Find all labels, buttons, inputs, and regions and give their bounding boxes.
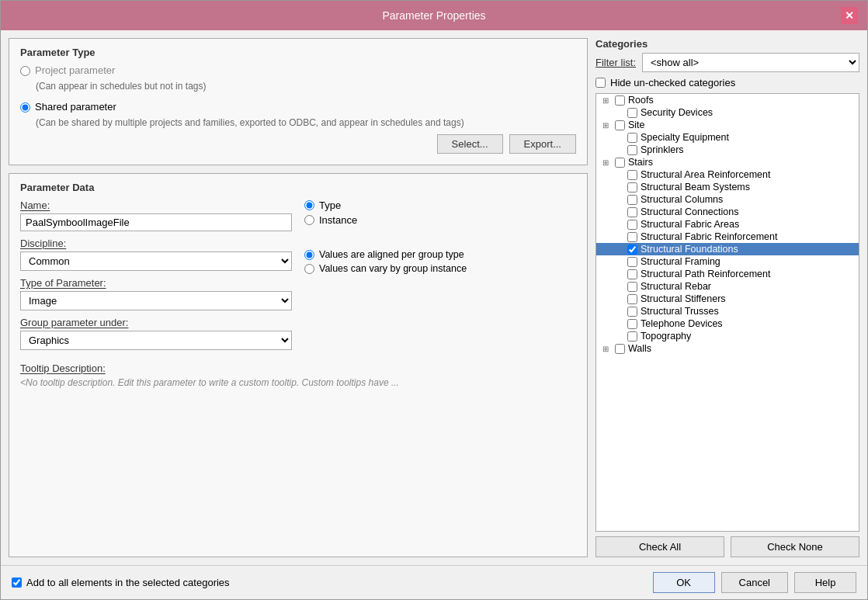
project-param-radio[interactable] (20, 66, 30, 76)
cancel-button[interactable]: Cancel (721, 572, 788, 593)
cat-checkbox-telephone-devices[interactable] (627, 319, 637, 329)
footer-left: Add to all elements in the selected cate… (12, 577, 230, 588)
project-param-option[interactable]: Project parameter (20, 64, 576, 76)
dialog-body: Parameter Type Project parameter (Can ap… (1, 30, 867, 565)
cat-item-walls[interactable]: ⊞Walls (596, 342, 859, 355)
cat-checkbox-structural-fabric-reinforcement[interactable] (627, 232, 637, 242)
cat-item-structural-beam-systems[interactable]: Structural Beam Systems (596, 181, 859, 193)
cat-label-sprinklers: Sprinklers (641, 144, 684, 155)
cat-checkbox-security-devices[interactable] (627, 108, 637, 118)
tooltip-label: Tooltip Description: (20, 362, 576, 374)
cat-item-security-devices[interactable]: Security Devices (596, 106, 859, 119)
parameter-type-radio-group: Project parameter (Can appear in schedul… (20, 64, 576, 128)
cat-checkbox-specialty-equipment[interactable] (627, 133, 637, 143)
type-radio[interactable] (304, 200, 314, 210)
cat-label-structural-area-reinforcement: Structural Area Reinforcement (641, 169, 770, 180)
name-input[interactable] (20, 213, 292, 231)
cat-label-structural-fabric-reinforcement: Structural Fabric Reinforcement (641, 231, 777, 242)
cat-label-structural-path-reinforcement: Structural Path Reinforcement (641, 269, 770, 279)
values-vary-option[interactable]: Values can vary by group instance (304, 263, 576, 274)
cat-item-structural-foundations[interactable]: Structural Foundations (596, 243, 859, 255)
cat-item-structural-fabric-reinforcement[interactable]: Structural Fabric Reinforcement (596, 231, 859, 243)
cat-checkbox-structural-trusses[interactable] (627, 307, 637, 317)
dialog-footer: Add to all elements in the selected cate… (1, 565, 867, 599)
values-vary-radio[interactable] (304, 264, 314, 274)
cat-checkbox-structural-foundations[interactable] (627, 245, 637, 255)
hide-unchecked-checkbox[interactable] (595, 78, 606, 88)
group-param-select[interactable]: GraphicsDataConstraintsConstructionDimen… (20, 331, 292, 350)
cat-checkbox-structural-path-reinforcement[interactable] (627, 269, 637, 279)
cat-label-structural-connections: Structural Connections (641, 206, 738, 217)
type-of-param-label: Type of Parameter: (20, 277, 292, 289)
cat-checkbox-structural-columns[interactable] (627, 195, 637, 205)
ok-button[interactable]: OK (653, 572, 715, 593)
cat-item-structural-area-reinforcement[interactable]: Structural Area Reinforcement (596, 168, 859, 181)
filter-select[interactable]: <show all>ArchitectureStructureMEP (642, 53, 859, 72)
hide-unchecked-label: Hide un-checked categories (610, 77, 735, 88)
check-all-button[interactable]: Check All (595, 536, 724, 557)
add-to-all-checkbox[interactable] (12, 577, 22, 588)
select-button[interactable]: Select... (437, 134, 503, 154)
cat-item-site[interactable]: ⊞Site (596, 119, 859, 131)
cat-item-structural-rebar[interactable]: Structural Rebar (596, 280, 859, 293)
type-radio-label: Type (319, 199, 341, 211)
param-data-left: Name: Discipline: CommonStructuralHVACEl… (20, 199, 292, 356)
shared-param-option[interactable]: Shared parameter (20, 101, 576, 113)
category-list[interactable]: ⊞RoofsSecurity Devices⊞SiteSpecialty Equ… (595, 93, 859, 532)
cat-checkbox-stairs[interactable] (615, 158, 625, 168)
discipline-select[interactable]: CommonStructuralHVACElectricalPipingInfr… (20, 251, 292, 271)
check-none-button[interactable]: Check None (731, 536, 859, 557)
cat-checkbox-structural-beam-systems[interactable] (627, 182, 637, 192)
help-button[interactable]: Help (794, 572, 856, 593)
cat-item-structural-framing[interactable]: Structural Framing (596, 255, 859, 268)
shared-param-radio[interactable] (20, 102, 30, 113)
cat-item-structural-connections[interactable]: Structural Connections (596, 206, 859, 218)
instance-radio-option[interactable]: Instance (304, 214, 576, 226)
filter-row: Filter list: <show all>ArchitectureStruc… (595, 53, 859, 72)
hide-unchecked-row[interactable]: Hide un-checked categories (595, 77, 859, 88)
categories-section: Categories Filter list: <show all>Archit… (595, 38, 859, 557)
instance-radio-label: Instance (319, 214, 357, 226)
cat-checkbox-roofs[interactable] (615, 95, 625, 106)
close-button[interactable]: ✕ (841, 7, 858, 24)
cat-item-structural-columns[interactable]: Structural Columns (596, 193, 859, 206)
cat-checkbox-walls[interactable] (615, 344, 625, 354)
cat-checkbox-structural-framing[interactable] (627, 257, 637, 267)
filter-label: Filter list: (595, 57, 636, 68)
cat-item-structural-fabric-areas[interactable]: Structural Fabric Areas (596, 218, 859, 231)
cat-checkbox-structural-area-reinforcement[interactable] (627, 170, 637, 180)
tooltip-value: <No tooltip description. Edit this param… (20, 377, 576, 388)
cat-label-structural-trusses: Structural Trusses (641, 306, 719, 317)
cat-item-specialty-equipment[interactable]: Specialty Equipment (596, 131, 859, 144)
cat-item-structural-stiffeners[interactable]: Structural Stiffeners (596, 293, 859, 305)
cat-checkbox-structural-stiffeners[interactable] (627, 294, 637, 304)
cat-item-telephone-devices[interactable]: Telephone Devices (596, 317, 859, 330)
cat-item-stairs[interactable]: ⊞Stairs (596, 156, 859, 168)
values-aligned-radio[interactable] (304, 250, 314, 260)
right-panel: Categories Filter list: <show all>Archit… (595, 38, 859, 557)
cat-checkbox-structural-fabric-areas[interactable] (627, 220, 637, 230)
cat-checkbox-topography[interactable] (627, 331, 637, 342)
cat-item-structural-trusses[interactable]: Structural Trusses (596, 305, 859, 317)
cat-checkbox-structural-connections[interactable] (627, 207, 637, 217)
type-radio-option[interactable]: Type (304, 199, 576, 211)
instance-radio[interactable] (304, 215, 314, 225)
discipline-label: Discipline: (20, 238, 292, 249)
cat-checkbox-site[interactable] (615, 120, 625, 130)
cat-item-sprinklers[interactable]: Sprinklers (596, 144, 859, 156)
category-list-wrapper: ⊞RoofsSecurity Devices⊞SiteSpecialty Equ… (595, 93, 859, 532)
cat-item-roofs[interactable]: ⊞Roofs (596, 94, 859, 106)
values-aligned-option[interactable]: Values are aligned per group type (304, 249, 576, 260)
parameter-properties-dialog: Parameter Properties ✕ Parameter Type Pr… (0, 0, 868, 600)
expand-icon: ⊞ (602, 345, 612, 353)
cat-item-structural-path-reinforcement[interactable]: Structural Path Reinforcement (596, 268, 859, 280)
cat-checkbox-sprinklers[interactable] (627, 145, 637, 155)
left-panel: Parameter Type Project parameter (Can ap… (9, 38, 588, 557)
group-param-label: Group parameter under: (20, 317, 292, 328)
cat-checkbox-structural-rebar[interactable] (627, 282, 637, 292)
type-of-param-select[interactable]: ImageTextIntegerNumberLengthArea (20, 291, 292, 310)
dialog-title: Parameter Properties (27, 9, 841, 22)
cat-item-topography[interactable]: Topography (596, 330, 859, 342)
export-button[interactable]: Export... (509, 134, 576, 154)
cat-label-structural-rebar: Structural Rebar (641, 281, 711, 292)
